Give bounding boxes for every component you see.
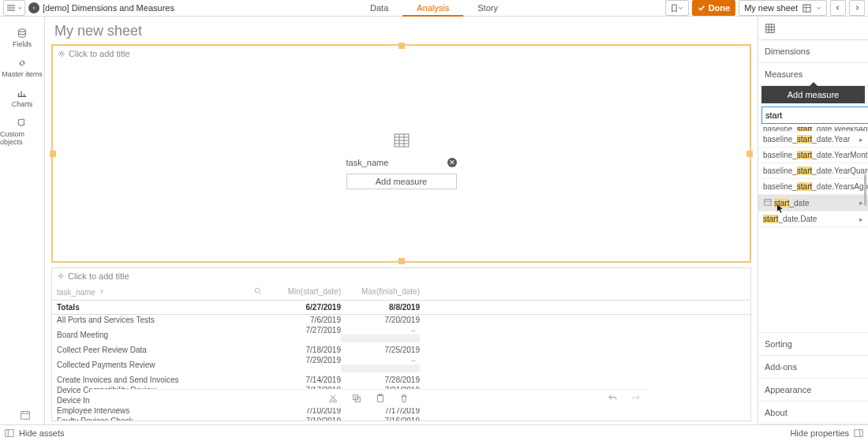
chevron-right-icon: ▸ bbox=[859, 199, 863, 207]
measure-suggestion[interactable]: baseline_start_date.YearQuart...▸ bbox=[758, 163, 868, 179]
col-header-2[interactable]: Min(start_date) bbox=[262, 287, 341, 297]
copy-icon[interactable] bbox=[352, 394, 361, 405]
addons-section[interactable]: Add-ons bbox=[758, 356, 868, 379]
resize-handle-w[interactable] bbox=[50, 151, 56, 157]
next-sheet-button[interactable] bbox=[849, 0, 865, 16]
svg-point-3 bbox=[19, 29, 26, 32]
svg-point-1 bbox=[32, 6, 35, 9]
table-icon bbox=[394, 133, 410, 151]
gear-icon bbox=[58, 50, 65, 58]
object-toolbar bbox=[90, 389, 647, 408]
paste-icon[interactable] bbox=[376, 394, 385, 405]
add-measure-button[interactable]: Add measure bbox=[761, 86, 865, 103]
table-row[interactable]: Collected Payments Review7/29/2019– bbox=[52, 355, 750, 375]
properties-panel: Dimensions Measures Add measure fx basel… bbox=[758, 17, 868, 424]
sheet-name: My new sheet bbox=[744, 3, 798, 13]
col-header-1[interactable]: task_name bbox=[57, 288, 95, 297]
dimension-chip: task_name ✕ bbox=[346, 158, 457, 167]
sheet-icon bbox=[803, 4, 811, 13]
add-measure-inline-button[interactable]: Add measure bbox=[346, 174, 457, 189]
search-icon[interactable] bbox=[254, 287, 262, 295]
calendar-icon bbox=[763, 198, 773, 206]
chevron-right-icon: ▸ bbox=[859, 215, 863, 223]
redo-icon[interactable] bbox=[630, 393, 641, 405]
table-row[interactable]: Create Invoices and Send Invoices7/14/20… bbox=[52, 375, 750, 385]
calendar-footer-icon[interactable] bbox=[20, 409, 31, 420]
svg-point-7 bbox=[255, 288, 260, 293]
link-icon bbox=[17, 58, 28, 69]
app-title: [demo] Dimensions and Measures bbox=[43, 3, 174, 13]
sheet-selector[interactable]: My new sheet bbox=[739, 0, 827, 16]
nav-analysis[interactable]: Analysis bbox=[402, 0, 463, 17]
collapse-left-icon bbox=[5, 428, 14, 438]
sheet-canvas: My new sheet Click to add title task_nam… bbox=[45, 17, 758, 424]
bookmark-button[interactable] bbox=[665, 0, 689, 16]
assets-panel: Fields Master items Charts Custom object… bbox=[0, 17, 45, 424]
database-icon bbox=[17, 28, 28, 39]
table-row[interactable]: Board Meeting7/27/2019– bbox=[52, 325, 750, 345]
collapse-right-icon bbox=[854, 428, 863, 438]
assets-charts[interactable]: Charts bbox=[0, 83, 44, 113]
scrollbar[interactable] bbox=[864, 174, 866, 206]
measure-search-input[interactable] bbox=[761, 107, 868, 124]
table-row[interactable]: Collect Peer Review Data7/18/20197/25/20… bbox=[52, 345, 750, 355]
resize-handle-s[interactable] bbox=[398, 258, 405, 264]
assets-fields-label: Fields bbox=[13, 40, 32, 48]
barchart-icon bbox=[17, 88, 28, 99]
chevron-right-icon: ▸ bbox=[859, 136, 863, 144]
col-header-3[interactable]: Max(finish_date) bbox=[341, 287, 420, 297]
measure-suggestion[interactable]: baseline_start_date.Year▸ bbox=[758, 132, 868, 148]
svg-rect-14 bbox=[766, 24, 775, 32]
gear-icon bbox=[57, 272, 65, 280]
measure-suggestion[interactable]: baseline_start_date.YearMonth▸ bbox=[758, 148, 868, 163]
table-title-placeholder[interactable]: Click to add title bbox=[52, 268, 750, 284]
svg-rect-16 bbox=[6, 430, 13, 437]
svg-rect-17 bbox=[21, 412, 30, 420]
dimensions-section[interactable]: Dimensions bbox=[758, 40, 868, 63]
app-logo bbox=[28, 2, 39, 13]
main-menu-button[interactable] bbox=[3, 0, 25, 16]
prev-sheet-button[interactable] bbox=[830, 0, 846, 16]
svg-rect-2 bbox=[803, 4, 810, 11]
table-viz-selected[interactable]: Click to add title task_name ✕ Add measu… bbox=[51, 44, 751, 263]
svg-rect-18 bbox=[855, 430, 862, 437]
puzzle-icon bbox=[17, 118, 28, 129]
svg-point-4 bbox=[60, 52, 62, 54]
svg-point-9 bbox=[334, 399, 336, 402]
appearance-section[interactable]: Appearance bbox=[758, 379, 868, 402]
remove-dimension-button[interactable]: ✕ bbox=[447, 158, 457, 167]
table-type-icon[interactable] bbox=[765, 23, 776, 34]
measure-suggestion[interactable]: baseline_start_date.YearsAgo▸ bbox=[758, 179, 868, 195]
resize-handle-e[interactable] bbox=[746, 151, 753, 157]
totals-row: Totals 6/27/2019 8/8/2019 bbox=[52, 301, 750, 315]
table-row[interactable]: Faulty Devices Check7/10/20197/16/2019 bbox=[52, 416, 750, 420]
about-section[interactable]: About bbox=[758, 402, 868, 424]
measure-suggestion[interactable]: start_date▸ bbox=[758, 195, 868, 211]
measure-suggestion[interactable]: start_date.Date▸ bbox=[758, 211, 868, 227]
svg-point-8 bbox=[330, 399, 332, 402]
resize-handle-n[interactable] bbox=[398, 43, 405, 49]
cut-icon[interactable] bbox=[328, 394, 338, 405]
nav-data[interactable]: Data bbox=[356, 0, 402, 17]
table-row[interactable]: All Ports and Services Tests7/6/20197/20… bbox=[52, 315, 750, 325]
done-button[interactable]: Done bbox=[692, 0, 736, 16]
sheet-title[interactable]: My new sheet bbox=[51, 23, 751, 44]
svg-rect-15 bbox=[765, 200, 771, 205]
sorting-section[interactable]: Sorting bbox=[758, 333, 868, 356]
delete-icon[interactable] bbox=[399, 394, 409, 405]
done-label: Done bbox=[709, 3, 731, 13]
nav-story[interactable]: Story bbox=[463, 0, 512, 17]
assets-master-label: Master items bbox=[2, 70, 43, 78]
assets-charts-label: Charts bbox=[12, 100, 33, 108]
undo-icon[interactable] bbox=[608, 393, 618, 405]
hide-assets-button[interactable]: Hide assets bbox=[0, 428, 64, 438]
assets-custom-label: Custom objects bbox=[0, 130, 44, 146]
svg-rect-11 bbox=[355, 397, 360, 402]
assets-fields[interactable]: Fields bbox=[0, 23, 44, 53]
dimension-name: task_name bbox=[346, 158, 389, 167]
svg-rect-10 bbox=[354, 394, 358, 399]
hide-properties-button[interactable]: Hide properties bbox=[790, 428, 863, 438]
assets-master-items[interactable]: Master items bbox=[0, 53, 44, 83]
assets-custom-objects[interactable]: Custom objects bbox=[0, 113, 44, 151]
sort-asc-icon bbox=[99, 289, 105, 295]
